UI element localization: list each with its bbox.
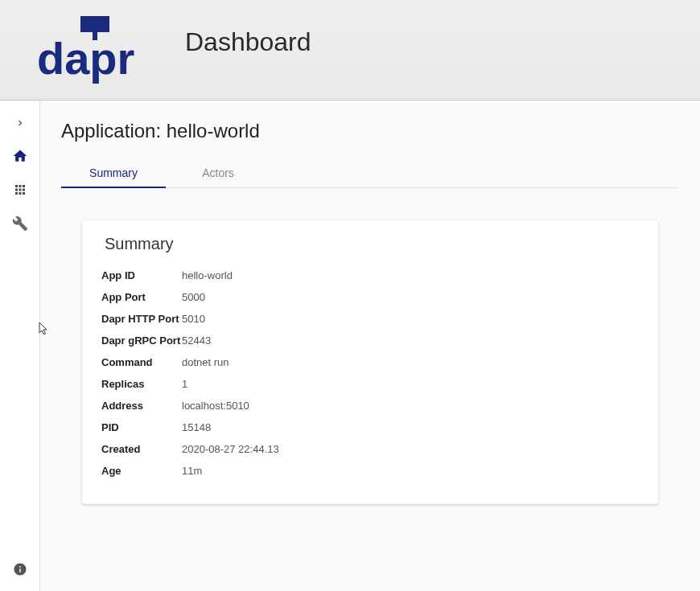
info-icon: [13, 562, 27, 580]
summary-value: 1: [182, 378, 187, 390]
header-title: Dashboard: [185, 27, 311, 57]
dapr-logo: dapr: [32, 10, 153, 90]
summary-value: 52443: [182, 334, 211, 347]
svg-text:dapr: dapr: [37, 33, 134, 84]
summary-label: Replicas: [101, 378, 182, 390]
sidebar-expand-button[interactable]: [0, 107, 40, 141]
header: dapr Dashboard: [0, 0, 700, 101]
chevron-right-icon: [15, 117, 25, 131]
svg-rect-0: [80, 16, 109, 32]
summary-row: App Port 5000: [101, 286, 642, 308]
summary-value: 15148: [182, 421, 211, 433]
grid-icon: [13, 183, 27, 200]
summary-row: PID 15148: [101, 417, 642, 438]
summary-value: hello-world: [182, 269, 233, 281]
page-title-app-name: hello-world: [167, 120, 260, 142]
summary-row: App ID hello-world: [101, 265, 642, 286]
card-title: Summary: [105, 235, 642, 253]
page-title-prefix: Application:: [61, 120, 167, 142]
tabs: Summary Actors: [61, 158, 679, 188]
tab-label: Actors: [202, 166, 234, 179]
summary-row: Command dotnet run: [101, 351, 642, 373]
tab-actors[interactable]: Actors: [166, 158, 270, 187]
home-icon: [12, 148, 28, 167]
summary-value: 11m: [182, 465, 202, 477]
summary-label: Age: [101, 465, 182, 477]
summary-value: dotnet run: [182, 356, 229, 368]
summary-label: Address: [101, 400, 182, 412]
summary-label: App Port: [101, 291, 182, 303]
summary-value: 5010: [182, 313, 205, 325]
tab-summary[interactable]: Summary: [61, 158, 166, 187]
sidebar: [0, 101, 40, 591]
summary-card: Summary App ID hello-world App Port 5000…: [82, 220, 658, 504]
tab-label: Summary: [89, 166, 138, 179]
summary-label: Command: [101, 356, 182, 368]
summary-row: Created 2020-08-27 22:44.13: [101, 438, 642, 460]
summary-label: Dapr HTTP Port: [101, 313, 182, 325]
summary-row: Replicas 1: [101, 373, 642, 395]
summary-label: Dapr gRPC Port: [101, 334, 182, 347]
page-title: Application: hello-world: [61, 120, 679, 142]
summary-row: Dapr HTTP Port 5010: [101, 308, 642, 330]
summary-row: Age 11m: [101, 460, 642, 482]
sidebar-item-home[interactable]: [0, 141, 40, 174]
summary-value: 5000: [182, 291, 205, 303]
summary-row: Dapr gRPC Port 52443: [101, 330, 642, 351]
sidebar-item-components[interactable]: [0, 174, 40, 208]
summary-label: App ID: [101, 269, 182, 281]
sidebar-item-info[interactable]: [0, 551, 40, 591]
summary-value: localhost:5010: [182, 400, 249, 412]
summary-value: 2020-08-27 22:44.13: [182, 443, 279, 455]
summary-row: Address localhost:5010: [101, 395, 642, 417]
sidebar-item-configuration[interactable]: [0, 208, 40, 242]
summary-label: Created: [101, 443, 182, 455]
summary-label: PID: [101, 421, 182, 433]
main-content: Application: hello-world Summary Actors …: [40, 101, 700, 591]
wrench-icon: [12, 215, 28, 235]
